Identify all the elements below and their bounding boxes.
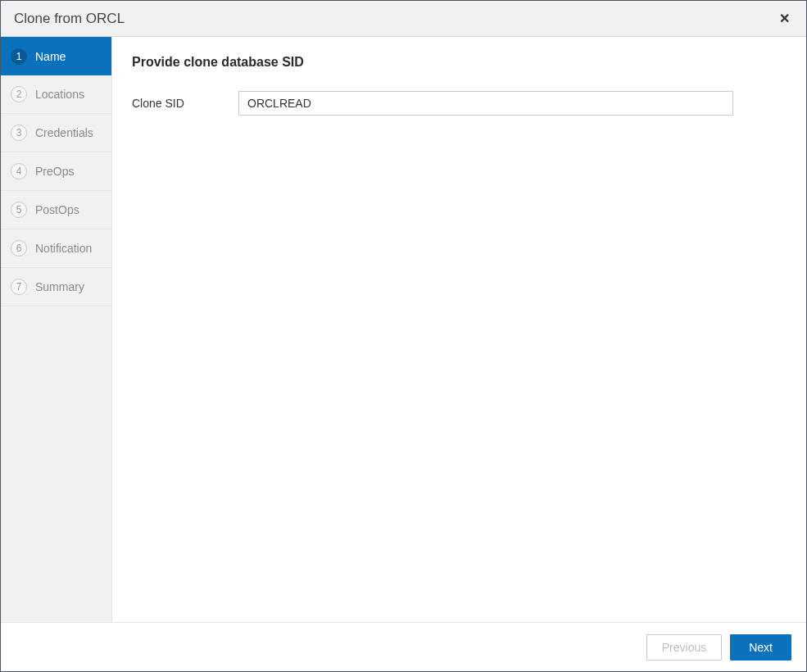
sidebar-item-notification[interactable]: 6 Notification xyxy=(1,229,111,268)
wizard-sidebar: 1 Name 2 Locations 3 Credentials 4 PreOp… xyxy=(1,37,112,622)
sidebar-item-summary[interactable]: 7 Summary xyxy=(1,268,111,306)
dialog-header: Clone from ORCL ✕ xyxy=(1,1,806,37)
step-badge: 3 xyxy=(11,125,27,141)
dialog-title: Clone from ORCL xyxy=(14,11,125,27)
step-label: PreOps xyxy=(35,165,102,178)
sidebar-item-credentials[interactable]: 3 Credentials xyxy=(1,114,111,152)
dialog-body: 1 Name 2 Locations 3 Credentials 4 PreOp… xyxy=(1,37,806,622)
step-label: PostOps xyxy=(35,203,102,216)
clone-sid-input[interactable] xyxy=(238,91,733,116)
step-badge: 1 xyxy=(11,48,27,65)
step-label: Locations xyxy=(35,88,102,101)
clone-sid-label: Clone SID xyxy=(132,97,238,110)
close-icon[interactable]: ✕ xyxy=(776,7,793,30)
sidebar-item-name[interactable]: 1 Name xyxy=(1,37,111,75)
step-label: Notification xyxy=(35,242,102,255)
step-label: Credentials xyxy=(35,126,102,139)
sidebar-item-postops[interactable]: 5 PostOps xyxy=(1,191,111,229)
step-label: Summary xyxy=(35,280,102,293)
main-panel: Provide clone database SID Clone SID xyxy=(112,37,806,622)
sidebar-item-preops[interactable]: 4 PreOps xyxy=(1,152,111,191)
step-badge: 5 xyxy=(11,202,27,218)
next-button[interactable]: Next xyxy=(730,634,791,661)
form-row-clone-sid: Clone SID xyxy=(132,91,787,116)
step-badge: 7 xyxy=(11,279,27,295)
sidebar-item-locations[interactable]: 2 Locations xyxy=(1,75,111,114)
step-badge: 6 xyxy=(11,240,27,257)
step-badge: 4 xyxy=(11,163,27,179)
dialog-footer: Previous Next xyxy=(1,622,806,671)
clone-dialog: Clone from ORCL ✕ 1 Name 2 Locations 3 C… xyxy=(0,0,807,672)
step-badge: 2 xyxy=(11,86,27,102)
previous-button[interactable]: Previous xyxy=(646,634,722,661)
step-label: Name xyxy=(35,50,102,63)
main-title: Provide clone database SID xyxy=(132,55,787,70)
